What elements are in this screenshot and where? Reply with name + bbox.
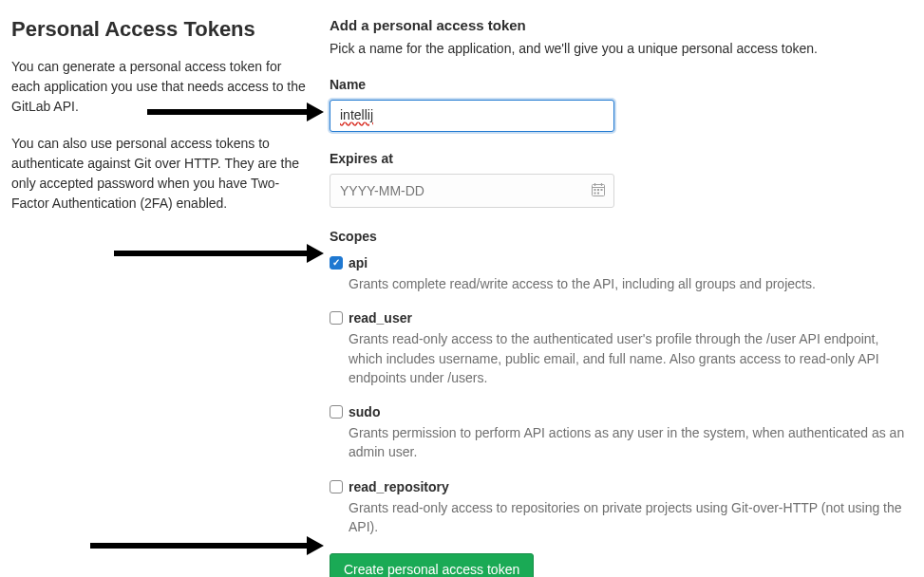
svg-rect-4 <box>594 189 596 191</box>
page-title: Personal Access Tokens <box>11 17 311 42</box>
scope-desc-sudo: Grants permission to perform API actions… <box>330 423 913 462</box>
scope-desc-read-user: Grants read-only access to the authentic… <box>330 329 913 387</box>
scope-item-read-user: read_user Grants read-only access to the… <box>330 310 913 387</box>
form-subheading: Pick a name for the application, and we'… <box>330 41 913 56</box>
scope-label-read-repository[interactable]: read_repository <box>349 479 449 494</box>
svg-rect-7 <box>594 193 596 195</box>
scopes-label: Scopes <box>330 229 913 244</box>
scope-desc-api: Grants complete read/write access to the… <box>330 274 913 293</box>
scope-label-sudo[interactable]: sudo <box>349 404 380 419</box>
scope-label-read-user[interactable]: read_user <box>349 310 412 326</box>
expires-label: Expires at <box>330 151 913 166</box>
annotation-arrow <box>90 543 309 549</box>
scope-label-api[interactable]: api <box>349 255 368 270</box>
scope-item-sudo: sudo Grants permission to perform API ac… <box>330 404 913 462</box>
scope-item-api: api Grants complete read/write access to… <box>330 255 913 293</box>
svg-rect-6 <box>601 189 603 191</box>
intro-paragraph-1: You can generate a personal access token… <box>11 57 311 117</box>
annotation-arrow <box>114 251 309 256</box>
expires-input[interactable] <box>330 174 614 208</box>
scope-checkbox-read-user[interactable] <box>330 311 343 325</box>
scope-checkbox-read-repository[interactable] <box>330 480 343 493</box>
svg-rect-8 <box>597 193 599 195</box>
scope-checkbox-api[interactable] <box>330 256 343 270</box>
intro-paragraph-2: You can also use personal access tokens … <box>11 134 311 214</box>
svg-rect-5 <box>597 189 599 191</box>
annotation-arrow <box>147 109 309 115</box>
scope-checkbox-sudo[interactable] <box>330 405 343 419</box>
create-token-button[interactable]: Create personal access token <box>330 553 534 577</box>
calendar-icon <box>592 183 605 196</box>
scope-item-read-repository: read_repository Grants read-only access … <box>330 479 913 537</box>
form-heading: Add a personal access token <box>330 17 913 33</box>
name-input[interactable] <box>330 100 614 132</box>
name-label: Name <box>330 77 913 92</box>
scope-desc-read-repository: Grants read-only access to repositories … <box>330 498 913 537</box>
